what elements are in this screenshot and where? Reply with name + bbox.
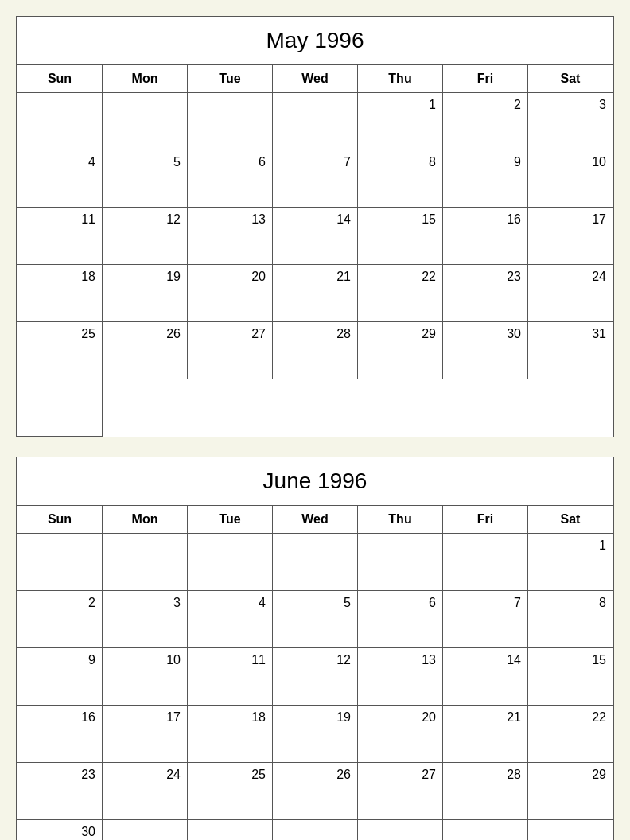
day-cell: 12 <box>103 208 188 265</box>
day-cell: 22 <box>528 706 613 763</box>
day-cell: 13 <box>188 208 273 265</box>
day-cell: 15 <box>358 208 443 265</box>
day-cell: 12 <box>273 648 358 706</box>
day-cell: 19 <box>273 706 358 763</box>
day-cell: 4 <box>188 591 273 648</box>
day-cell: 30 <box>443 322 528 379</box>
day-cell <box>273 534 358 591</box>
day-cell: 25 <box>188 763 273 820</box>
day-header: Wed <box>273 65 358 93</box>
day-cell: 24 <box>103 763 188 820</box>
day-cell: 6 <box>358 591 443 648</box>
day-cell: 11 <box>188 648 273 706</box>
day-header: Sun <box>18 506 103 534</box>
day-cell <box>273 93 358 150</box>
day-cell: 10 <box>103 648 188 706</box>
calendar-june-1996: June 1996SunMonTueWedThuFriSat1234567891… <box>16 457 614 840</box>
day-header: Thu <box>358 65 443 93</box>
day-cell: 17 <box>528 208 613 265</box>
day-cell: 29 <box>528 763 613 820</box>
day-cell: 20 <box>358 706 443 763</box>
day-cell: 17 <box>103 706 188 763</box>
day-cell: 28 <box>273 322 358 379</box>
day-cell: 23 <box>443 265 528 322</box>
day-cell <box>18 93 103 150</box>
calendar-title-june-1996: June 1996 <box>17 457 613 506</box>
day-cell <box>528 820 613 840</box>
day-cell: 19 <box>103 265 188 322</box>
day-cell: 21 <box>443 706 528 763</box>
day-header: Mon <box>103 506 188 534</box>
day-cell: 6 <box>188 150 273 208</box>
day-cell <box>188 93 273 150</box>
day-header: Sat <box>528 506 613 534</box>
calendar-grid-may-1996: SunMonTueWedThuFriSat1234567891011121314… <box>17 65 613 437</box>
day-cell: 18 <box>18 265 103 322</box>
day-cell: 24 <box>528 265 613 322</box>
day-cell: 8 <box>528 591 613 648</box>
day-cell: 7 <box>273 150 358 208</box>
day-cell: 20 <box>188 265 273 322</box>
day-cell: 31 <box>528 322 613 379</box>
calendar-container: May 1996SunMonTueWedThuFriSat12345678910… <box>16 16 614 840</box>
day-cell: 5 <box>273 591 358 648</box>
day-cell <box>358 820 443 840</box>
day-cell <box>18 534 103 591</box>
day-cell: 1 <box>528 534 613 591</box>
day-header: Wed <box>273 506 358 534</box>
day-cell: 14 <box>273 208 358 265</box>
day-cell: 3 <box>103 591 188 648</box>
day-cell: 23 <box>18 763 103 820</box>
day-cell: 16 <box>443 208 528 265</box>
day-cell: 29 <box>358 322 443 379</box>
day-cell: 26 <box>273 763 358 820</box>
day-cell: 13 <box>358 648 443 706</box>
day-cell: 30 <box>18 820 103 840</box>
day-cell: 27 <box>188 322 273 379</box>
calendar-title-may-1996: May 1996 <box>17 17 613 65</box>
day-cell: 28 <box>443 763 528 820</box>
day-cell <box>188 820 273 840</box>
day-cell: 18 <box>188 706 273 763</box>
day-cell <box>443 820 528 840</box>
day-cell: 4 <box>18 150 103 208</box>
day-cell <box>358 534 443 591</box>
day-header: Mon <box>103 65 188 93</box>
day-cell: 7 <box>443 591 528 648</box>
day-cell: 10 <box>528 150 613 208</box>
day-cell: 26 <box>103 322 188 379</box>
day-cell: 2 <box>443 93 528 150</box>
calendar-grid-june-1996: SunMonTueWedThuFriSat1234567891011121314… <box>17 506 613 840</box>
day-cell: 11 <box>18 208 103 265</box>
day-cell: 27 <box>358 763 443 820</box>
day-header: Fri <box>443 506 528 534</box>
day-cell: 22 <box>358 265 443 322</box>
day-cell: 21 <box>273 265 358 322</box>
day-cell: 2 <box>18 591 103 648</box>
day-header: Thu <box>358 506 443 534</box>
day-cell: 9 <box>443 150 528 208</box>
day-cell: 9 <box>18 648 103 706</box>
day-cell: 3 <box>528 93 613 150</box>
calendar-may-1996: May 1996SunMonTueWedThuFriSat12345678910… <box>16 16 614 438</box>
day-cell: 8 <box>358 150 443 208</box>
day-header: Fri <box>443 65 528 93</box>
day-header: Sat <box>528 65 613 93</box>
day-cell: 16 <box>18 706 103 763</box>
day-cell: 1 <box>358 93 443 150</box>
day-cell <box>103 93 188 150</box>
day-cell <box>188 534 273 591</box>
day-cell <box>273 820 358 840</box>
day-cell: 5 <box>103 150 188 208</box>
day-cell <box>103 534 188 591</box>
day-cell: 14 <box>443 648 528 706</box>
day-cell <box>18 379 103 437</box>
day-cell: 25 <box>18 322 103 379</box>
day-cell: 15 <box>528 648 613 706</box>
day-header: Tue <box>188 65 273 93</box>
day-header: Sun <box>18 65 103 93</box>
day-cell <box>443 534 528 591</box>
day-header: Tue <box>188 506 273 534</box>
day-cell <box>103 820 188 840</box>
